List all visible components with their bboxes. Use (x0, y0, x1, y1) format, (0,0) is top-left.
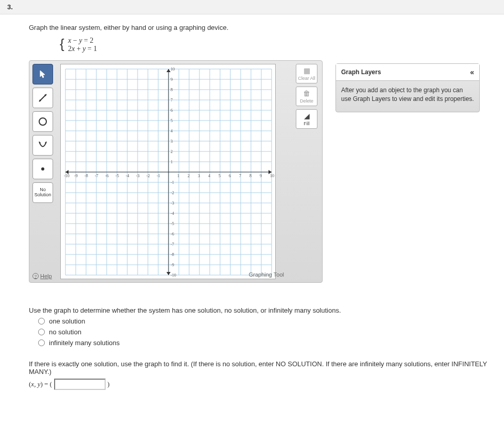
clear-all-button[interactable]: ▦ Clear All (296, 64, 317, 83)
delete-button[interactable]: 🗑 Delete (296, 87, 317, 106)
svg-text:-10: -10 (171, 273, 176, 278)
line-tool-button[interactable] (32, 88, 53, 108)
parabola-icon (38, 140, 48, 150)
svg-text:3: 3 (171, 139, 173, 144)
trash-icon: 🗑 (303, 89, 310, 97)
svg-text:4: 4 (208, 174, 210, 178)
svg-text:4: 4 (171, 129, 173, 133)
svg-text:-6: -6 (171, 232, 174, 236)
svg-text:5: 5 (219, 174, 221, 178)
svg-text:1: 1 (177, 174, 179, 178)
svg-marker-53 (166, 69, 171, 72)
clear-all-icon: ▦ (304, 66, 310, 75)
pointer-tool-button[interactable] (32, 64, 53, 84)
svg-text:-3: -3 (171, 201, 174, 206)
svg-text:7: 7 (239, 174, 241, 178)
svg-text:2: 2 (171, 149, 173, 154)
svg-text:3: 3 (198, 174, 200, 178)
equation-system: { x − y = 2 2x + y = 1 (60, 37, 504, 53)
svg-text:6: 6 (171, 108, 173, 113)
svg-text:-4: -4 (126, 174, 129, 178)
line-icon (38, 93, 48, 103)
instruction-text: Graph the linear system, either by hand … (29, 24, 504, 31)
svg-text:2: 2 (188, 174, 190, 178)
svg-text:10: 10 (171, 67, 175, 72)
svg-text:8: 8 (171, 88, 173, 92)
svg-text:-9: -9 (171, 263, 174, 267)
svg-text:-1: -1 (157, 174, 160, 178)
svg-text:1: 1 (171, 160, 173, 164)
svg-text:-8: -8 (171, 252, 174, 257)
svg-marker-54 (166, 272, 171, 275)
graph-tool-label: Graphing Tool (249, 271, 284, 278)
solution-type-options: one solution no solution infinitely many… (38, 317, 504, 347)
fill-icon: ◢ (304, 112, 310, 120)
svg-text:-7: -7 (95, 174, 98, 178)
svg-text:-1: -1 (171, 180, 174, 185)
fill-button[interactable]: ◢ Fill (296, 109, 317, 129)
pointer-icon (39, 70, 47, 78)
svg-text:6: 6 (229, 174, 231, 178)
help-icon: ? (32, 273, 39, 279)
help-link[interactable]: ? Help (32, 273, 57, 279)
svg-text:9: 9 (260, 174, 262, 178)
answer-prompt: If there is exactly one solution, use th… (29, 360, 504, 376)
svg-text:10: 10 (270, 174, 274, 178)
graph-layers-title: Graph Layers (341, 69, 381, 76)
equation-2: 2x + y = 1 (68, 45, 504, 53)
parabola-tool-button[interactable] (32, 135, 53, 156)
svg-text:5: 5 (171, 118, 173, 123)
option-no-solution[interactable]: no solution (38, 328, 504, 336)
solution-type-prompt: Use the graph to determine whether the s… (29, 306, 504, 314)
radio-no-solution[interactable] (38, 329, 45, 335)
radio-one-solution[interactable] (38, 318, 45, 325)
svg-text:-5: -5 (171, 221, 174, 226)
svg-text:-6: -6 (105, 174, 109, 178)
svg-text:9: 9 (171, 77, 173, 82)
radio-infinitely-many[interactable] (38, 339, 45, 346)
brace-icon: { (60, 35, 64, 53)
graph-layers-body: After you add an object to the graph you… (336, 81, 479, 112)
svg-text:8: 8 (249, 174, 251, 178)
svg-text:-3: -3 (136, 174, 140, 178)
graph-canvas[interactable]: -10-10-9-9-8-8-7-7-6-6-5-5-4-4-3-3-2-2-1… (60, 64, 276, 279)
svg-text:-4: -4 (171, 211, 174, 216)
equation-1: x − y = 2 (68, 37, 504, 45)
no-solution-tool-button[interactable]: No Solution (32, 182, 53, 203)
svg-point-6 (41, 167, 44, 171)
svg-text:-10: -10 (64, 174, 70, 178)
svg-text:-8: -8 (85, 174, 88, 178)
option-infinitely-many[interactable]: infinitely many solutions (38, 339, 504, 347)
graph-layers-panel: Graph Layers « After you add an object t… (335, 63, 480, 112)
point-icon (38, 164, 48, 174)
question-number: 3. (0, 0, 504, 14)
answer-label-prefix: (x, y) = ( (29, 380, 52, 388)
svg-text:-2: -2 (146, 174, 150, 178)
circle-tool-button[interactable] (32, 111, 53, 132)
svg-text:-2: -2 (171, 191, 174, 195)
collapse-layers-button[interactable]: « (470, 68, 474, 76)
svg-point-3 (39, 118, 46, 125)
answer-input[interactable] (54, 379, 106, 390)
svg-text:-7: -7 (171, 242, 174, 247)
graph-panel: No Solution ? Help -10-10-9-9-8-8-7-7-6-… (29, 60, 323, 283)
svg-text:7: 7 (171, 98, 173, 103)
svg-text:-5: -5 (115, 174, 119, 178)
point-tool-button[interactable] (32, 159, 53, 179)
svg-text:-9: -9 (74, 174, 78, 178)
option-one-solution[interactable]: one solution (38, 317, 504, 325)
answer-label-suffix: ) (107, 380, 109, 388)
circle-icon (38, 116, 48, 127)
graph-toolbar: No Solution ? Help (32, 64, 57, 279)
